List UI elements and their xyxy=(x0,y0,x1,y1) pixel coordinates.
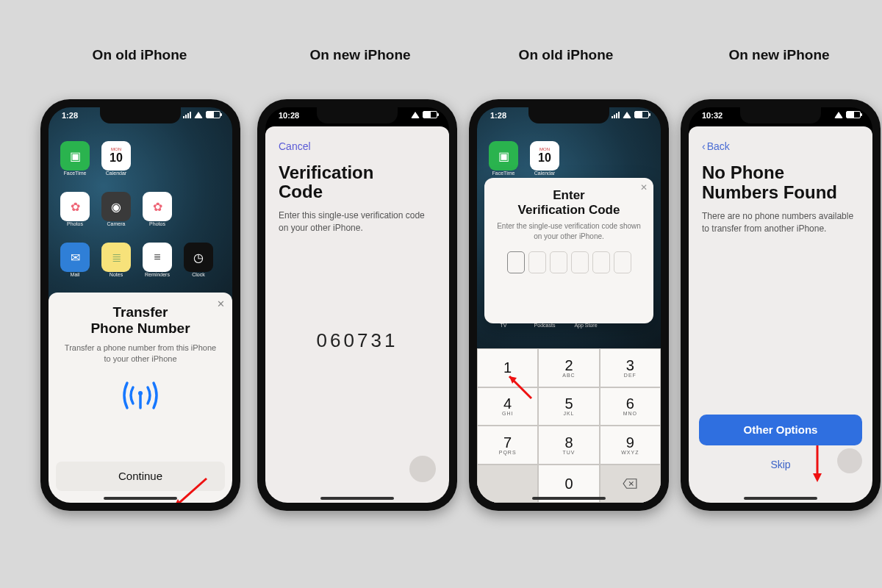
keypad-key-9[interactable]: 9WXYZ xyxy=(600,426,661,465)
caption-4: On new iPhone xyxy=(691,47,867,63)
keypad-key-5[interactable]: 5JKL xyxy=(538,387,599,426)
transfer-title: Transfer Phone Number xyxy=(60,304,220,337)
wifi-icon xyxy=(623,112,631,118)
svg-marker-7 xyxy=(813,473,822,482)
wifi-icon xyxy=(834,112,843,118)
notch xyxy=(740,107,821,123)
annotation-arrow xyxy=(162,475,214,503)
phone-old-1: 1:28 ▣FaceTimeMON10Calendar✿Photos◉Camer… xyxy=(40,99,240,511)
no-numbers-body: There are no phone numbers available to … xyxy=(702,210,859,235)
annotation-arrow xyxy=(502,370,539,403)
signal-icon xyxy=(612,111,620,118)
app-icon[interactable]: ◉Camera xyxy=(100,192,132,236)
keypad-key-3[interactable]: 3DEF xyxy=(600,348,661,387)
app-icon[interactable] xyxy=(182,141,215,185)
close-icon[interactable]: ✕ xyxy=(640,182,648,193)
transfer-body: Transfer a phone number from this iPhone… xyxy=(60,343,220,365)
status-time: 1:28 xyxy=(62,111,78,120)
keypad-key-6[interactable]: 6MNO xyxy=(600,387,661,426)
app-icon[interactable]: ✿Photos xyxy=(141,192,173,236)
cancel-button[interactable]: Cancel xyxy=(279,140,311,152)
code-input-boxes[interactable] xyxy=(493,251,645,273)
app-icon[interactable]: ✉Mail xyxy=(59,243,91,287)
keypad-key- xyxy=(477,465,538,503)
caption-2: On new iPhone xyxy=(272,47,448,63)
notch xyxy=(528,107,609,123)
assistive-touch-icon[interactable] xyxy=(837,448,862,473)
home-indicator[interactable] xyxy=(320,497,394,500)
phone-new-2: 10:32 ‹ Back No PhoneNumbers Found There… xyxy=(681,99,881,511)
status-time: 10:28 xyxy=(279,111,299,120)
no-numbers-sheet: ‹ Back No PhoneNumbers Found There are n… xyxy=(689,126,872,503)
app-icon[interactable]: ▣FaceTime xyxy=(59,141,91,185)
antenna-icon xyxy=(118,377,162,414)
signal-icon xyxy=(183,111,191,118)
verification-code: 060731 xyxy=(265,329,449,352)
wifi-icon xyxy=(194,112,203,118)
back-button[interactable]: ‹ Back xyxy=(702,140,730,152)
home-indicator[interactable] xyxy=(532,497,606,500)
status-time: 1:28 xyxy=(490,111,506,120)
caption-3: On old iPhone xyxy=(478,47,654,63)
battery-icon xyxy=(846,111,861,118)
transfer-sheet: ✕ Transfer Phone Number Transfer a phone… xyxy=(49,293,232,503)
enter-code-title: EnterVerification Code xyxy=(493,188,645,217)
no-numbers-title: No PhoneNumbers Found xyxy=(702,163,859,203)
battery-icon xyxy=(423,111,437,118)
battery-icon xyxy=(634,111,649,118)
phone-new-1: 10:28 Cancel VerificationCode Enter this… xyxy=(257,99,457,511)
assistive-touch-icon[interactable] xyxy=(409,456,436,482)
enter-code-modal: ✕ EnterVerification Code Enter the singl… xyxy=(484,178,653,323)
verification-sheet: Cancel VerificationCode Enter this singl… xyxy=(265,126,449,503)
keypad-delete[interactable] xyxy=(600,465,661,503)
keypad-key-7[interactable]: 7PQRS xyxy=(477,426,538,465)
verification-title: VerificationCode xyxy=(279,163,436,202)
app-icon[interactable]: ✿Photos xyxy=(59,192,91,236)
app-icon[interactable] xyxy=(182,192,215,236)
verification-body: Enter this single-use verification code … xyxy=(279,209,436,234)
notch xyxy=(317,107,398,123)
annotation-arrow xyxy=(806,442,828,488)
caption-1: On old iPhone xyxy=(51,47,228,63)
wifi-icon xyxy=(411,112,420,118)
keypad-key-8[interactable]: 8TUV xyxy=(538,426,599,465)
other-options-button[interactable]: Other Options xyxy=(699,415,862,445)
notch xyxy=(100,107,181,123)
keypad-key-2[interactable]: 2ABC xyxy=(538,348,599,387)
status-time: 10:32 xyxy=(702,111,723,120)
app-icon[interactable]: MON10Calendar xyxy=(100,141,132,185)
home-indicator[interactable] xyxy=(744,497,817,500)
battery-icon xyxy=(206,111,220,118)
close-icon[interactable]: ✕ xyxy=(217,298,225,309)
enter-code-body: Enter the single-use verification code s… xyxy=(493,221,645,241)
svg-line-2 xyxy=(173,478,207,503)
app-icon[interactable]: ≣Notes xyxy=(100,243,132,287)
app-icon[interactable] xyxy=(141,141,173,185)
phone-old-2: 1:28 ▣FaceTimeMON10Calendar✿Photos◉Camer… xyxy=(469,99,669,511)
app-icon[interactable]: ≡Reminders xyxy=(141,243,173,287)
app-icon[interactable]: ◷Clock xyxy=(182,243,215,287)
